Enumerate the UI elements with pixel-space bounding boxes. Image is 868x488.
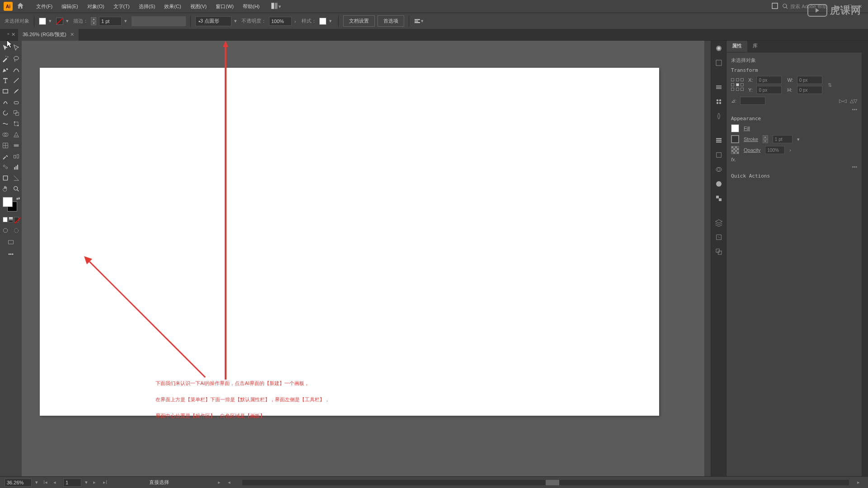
panel-collapse-strip[interactable]: [862, 41, 868, 476]
transform-more[interactable]: •••: [731, 107, 857, 112]
lasso-tool[interactable]: [11, 53, 22, 64]
status-scroll-left[interactable]: ◂: [228, 479, 234, 485]
opacity-input[interactable]: [269, 17, 292, 26]
align-panel-icon[interactable]: [714, 136, 724, 145]
stroke-swatch[interactable]: [56, 18, 63, 25]
align-icon[interactable]: ▾: [414, 18, 425, 25]
type-tool[interactable]: [0, 75, 11, 86]
menu-edit[interactable]: 编辑(E): [57, 1, 83, 12]
blend-tool[interactable]: [11, 151, 22, 162]
scale-tool[interactable]: [11, 108, 22, 118]
line-tool[interactable]: [11, 75, 22, 86]
hand-tool[interactable]: [0, 183, 11, 194]
graph-tool[interactable]: [11, 162, 22, 173]
tab-prev-close[interactable]: «: [7, 32, 9, 38]
artboard-tool[interactable]: [0, 173, 11, 183]
menu-view[interactable]: 视图(V): [186, 1, 212, 12]
opacity-dd[interactable]: ›: [294, 19, 299, 24]
sw-solid[interactable]: [3, 217, 8, 222]
home-icon[interactable]: [16, 2, 25, 11]
flip-h-icon[interactable]: ▷◁: [839, 98, 846, 104]
profile-combo[interactable]: [132, 16, 186, 26]
swap-colors-icon[interactable]: ⇄: [16, 196, 20, 201]
style-swatch[interactable]: [319, 18, 326, 25]
doc-setup-button[interactable]: 文档设置: [343, 15, 375, 27]
first-artboard[interactable]: I◂: [43, 479, 50, 485]
fill-color[interactable]: [731, 124, 739, 132]
preferences-button[interactable]: 首选项: [377, 15, 404, 27]
brushes-panel-icon[interactable]: [714, 97, 724, 107]
panel-stroke-weight[interactable]: [773, 135, 793, 143]
menu-object[interactable]: 对象(O): [83, 1, 109, 12]
sw-none[interactable]: [14, 217, 19, 222]
menu-help[interactable]: 帮助(H): [238, 1, 264, 12]
foreground-color[interactable]: [3, 197, 13, 207]
pathfinder-icon[interactable]: [714, 164, 724, 174]
symbols-panel-icon[interactable]: [714, 111, 724, 121]
transform-h[interactable]: [797, 86, 822, 94]
curvature-tool[interactable]: [11, 64, 22, 75]
brush-tool[interactable]: [11, 86, 22, 97]
tab-prev-x[interactable]: ✕: [11, 32, 15, 38]
color-panel-icon[interactable]: [714, 43, 724, 53]
layers-icon[interactable]: [714, 218, 724, 228]
flip-v-icon[interactable]: △▽: [850, 98, 857, 104]
draw-mode-a[interactable]: [0, 225, 11, 236]
zoom-select[interactable]: [5, 479, 32, 487]
brush-combo[interactable]: • 3 点圆形: [195, 16, 231, 26]
shaper-tool[interactable]: [0, 97, 11, 108]
more-tools[interactable]: •••: [0, 249, 22, 259]
zoom-dd[interactable]: ▾: [35, 479, 40, 485]
transform-w[interactable]: [797, 76, 822, 84]
transform-x[interactable]: [756, 76, 782, 84]
panel-stroke-dd[interactable]: ▾: [797, 136, 802, 142]
scrollbar-vertical[interactable]: [704, 41, 711, 476]
arrange-docs-icon[interactable]: [270, 2, 278, 11]
mesh-tool[interactable]: [0, 140, 11, 151]
rotate-tool[interactable]: [0, 108, 11, 118]
fill-dd[interactable]: ▾: [49, 18, 53, 24]
slice-tool[interactable]: [11, 173, 22, 183]
stroke-weight-dd[interactable]: ▾: [124, 18, 129, 24]
asset-export-icon[interactable]: [714, 232, 724, 242]
gradient-tool[interactable]: [11, 140, 22, 151]
shape-builder-tool[interactable]: [0, 129, 11, 140]
panel-opacity-dd[interactable]: ›: [789, 147, 794, 153]
eyedropper-tool[interactable]: [0, 151, 11, 162]
artboard-dd[interactable]: ▾: [85, 479, 90, 485]
rectangle-tool[interactable]: [0, 86, 11, 97]
appearance-icon[interactable]: [714, 179, 724, 189]
document-tab-close[interactable]: ✕: [70, 32, 74, 38]
link-wh-icon[interactable]: ⇅: [828, 82, 832, 88]
frame-icon[interactable]: [771, 2, 778, 10]
status-play[interactable]: ▸: [218, 479, 224, 485]
free-transform-tool[interactable]: [11, 118, 22, 129]
artboard-number[interactable]: [63, 479, 81, 487]
tab-properties[interactable]: 属性: [726, 41, 747, 52]
next-artboard[interactable]: ▸: [93, 479, 99, 485]
appearance-more[interactable]: •••: [731, 164, 857, 169]
sw-gradient[interactable]: [9, 217, 14, 222]
arrange-docs-arrow[interactable]: ▾: [278, 4, 283, 9]
brush-dd[interactable]: ▾: [234, 18, 239, 24]
transform-panel-icon[interactable]: [714, 150, 724, 160]
menu-effect[interactable]: 效果(C): [160, 1, 185, 12]
menu-window[interactable]: 窗口(W): [211, 1, 238, 12]
reference-point[interactable]: [731, 78, 745, 92]
artboards-icon[interactable]: [714, 247, 724, 257]
panel-opacity-input[interactable]: [765, 146, 785, 154]
transform-angle[interactable]: [740, 97, 765, 105]
eraser-tool[interactable]: [11, 97, 22, 108]
document-tab[interactable]: 36.26% (RGB/预览) ✕: [18, 29, 79, 41]
menu-file[interactable]: 文件(F): [32, 1, 57, 12]
magic-wand-tool[interactable]: [0, 53, 11, 64]
stroke-panel-icon[interactable]: [714, 82, 724, 92]
fill-swatch[interactable]: [39, 18, 46, 25]
draw-mode-b[interactable]: [11, 225, 22, 236]
stroke-dd[interactable]: ▾: [66, 18, 71, 24]
canvas[interactable]: 下面我们来认识一下AI的操作界面，点击AI界面的【新建】一个画板， 在界面上方是…: [22, 41, 704, 476]
scrollbar-horizontal[interactable]: [242, 480, 849, 485]
panel-stroke-stepper[interactable]: ▴▾: [763, 135, 768, 143]
transform-y[interactable]: [756, 86, 782, 94]
menu-select[interactable]: 选择(S): [134, 1, 160, 12]
